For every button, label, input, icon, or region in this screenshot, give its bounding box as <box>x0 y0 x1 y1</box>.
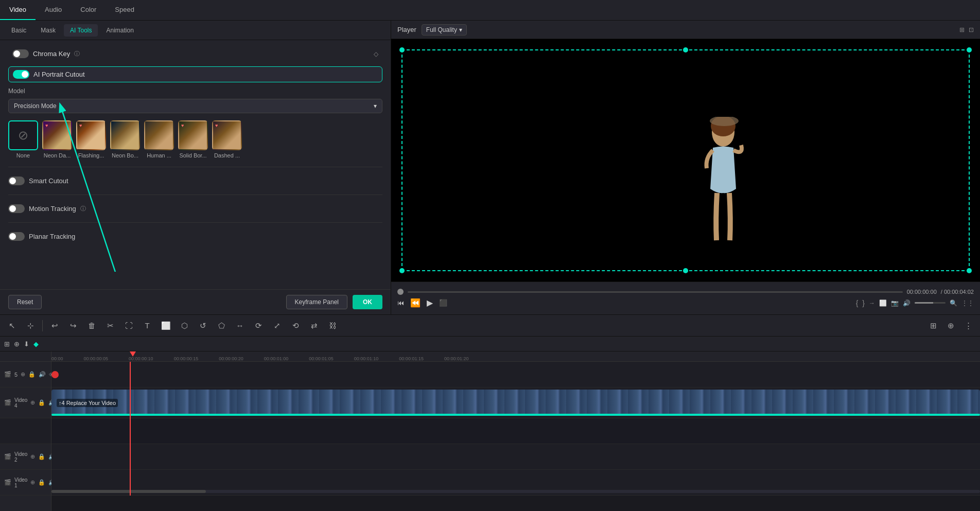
track-v1-add[interactable]: ⊕ <box>30 479 35 486</box>
quality-select[interactable]: Full Quality ▾ <box>422 24 467 36</box>
tool-undo[interactable]: ↩ <box>47 318 62 333</box>
handle-bottom-left[interactable] <box>399 268 405 273</box>
progress-track[interactable] <box>408 291 903 293</box>
fullscreen-icon[interactable]: ⊞ <box>959 26 965 33</box>
effect-item-flashing[interactable]: ♥ Flashing... <box>76 120 106 158</box>
motion-tracking-info-icon[interactable]: ⓘ <box>80 205 86 213</box>
screen-icon[interactable]: ⬜ <box>879 299 887 307</box>
tool-sep-1 <box>42 320 43 331</box>
play-button[interactable]: ▶ <box>427 298 433 308</box>
chroma-key-toggle[interactable] <box>12 49 29 58</box>
tab-speed[interactable]: Speed <box>106 0 144 20</box>
timeline-icon-add[interactable]: ⊕ <box>14 340 20 348</box>
handle-top-mid[interactable] <box>683 47 688 52</box>
model-select[interactable]: Precision Mode ▾ <box>8 99 382 113</box>
camera-icon[interactable]: 📷 <box>891 299 899 307</box>
ok-button[interactable]: OK <box>353 295 382 309</box>
tab-animation[interactable]: Animation <box>100 24 139 37</box>
track-v1-lock[interactable]: 🔒 <box>38 479 45 486</box>
effect-item-human[interactable]: Human ... <box>144 120 174 158</box>
track-v2-icon: 🎬 <box>4 453 11 460</box>
timeline-icon-cursor[interactable]: ◆ <box>33 340 39 348</box>
controls-row: ⏮ ⏪ ▶ ⬛ { } → ⬜ 📷 🔊 🔍 ⋮⋮ <box>391 298 980 308</box>
effect-item-solid-bor[interactable]: ♥ Solid Bor... <box>178 120 208 158</box>
tool-rotate[interactable]: ↺ <box>195 318 211 333</box>
effect-item-neon-bo[interactable]: Neon Bo... <box>110 120 140 158</box>
smart-cutout-toggle[interactable] <box>8 177 25 185</box>
track-scrollbar-thumb[interactable] <box>51 490 206 493</box>
planar-tracking-toggle[interactable] <box>8 232 25 241</box>
ruler-mark-9: 00:00:01:20 <box>444 356 489 361</box>
tool-cut[interactable]: ✂ <box>102 318 118 333</box>
track-v4-add[interactable]: ⊕ <box>30 399 35 406</box>
bracket-left-icon[interactable]: { <box>856 299 859 307</box>
reset-button[interactable]: Reset <box>8 295 42 309</box>
handle-bottom-mid[interactable] <box>683 268 688 273</box>
tool-zoom[interactable]: ⤢ <box>269 318 285 333</box>
track-scrollbar[interactable] <box>51 490 980 493</box>
tool-refresh[interactable]: ⟳ <box>251 318 266 333</box>
motion-tracking-toggle[interactable] <box>8 204 25 213</box>
effect-item-neon-da[interactable]: ♥ Neon Da... <box>42 120 72 158</box>
volume-slider[interactable] <box>915 302 946 304</box>
timeline-icon-layers[interactable]: ⊞ <box>4 340 10 348</box>
tool-swap[interactable]: ⇄ <box>306 318 322 333</box>
player-border <box>401 49 970 271</box>
tool-magnet[interactable]: ⟲ <box>288 318 303 333</box>
tool-delete[interactable]: 🗑 <box>84 318 99 333</box>
stop-button[interactable]: ⬛ <box>439 299 447 307</box>
player-right-icons: ⊞ ⊡ <box>959 26 974 33</box>
zoom-out-icon[interactable]: 🔍 <box>950 299 957 307</box>
tool-rect[interactable]: ⬜ <box>158 318 173 333</box>
tool-zoom-in[interactable]: ⊕ <box>943 318 958 333</box>
tab-color[interactable]: Color <box>71 0 106 20</box>
ai-portrait-label: AI Portrait Cutout <box>33 71 85 78</box>
sub-tabs: Basic Mask AI Tools Animation <box>0 21 391 40</box>
bracket-right-icon[interactable]: } <box>862 299 865 307</box>
effect-item-dashed[interactable]: ♥ Dashed ... <box>212 120 242 158</box>
tool-more[interactable]: ⋮ <box>960 318 976 333</box>
tool-move[interactable]: ↔ <box>232 318 248 333</box>
tab-mask[interactable]: Mask <box>34 24 62 37</box>
tool-select[interactable]: ⊹ <box>23 318 38 333</box>
video-clip-4[interactable]: ↑4 Replace Your Video <box>51 390 980 416</box>
ai-portrait-toggle[interactable] <box>13 70 29 79</box>
effect-item-none[interactable]: ⊘ None <box>8 120 38 158</box>
track-5-add[interactable]: ⊕ <box>21 371 25 378</box>
tool-text[interactable]: T <box>139 318 155 333</box>
settings-icon[interactable]: ⊡ <box>969 26 974 33</box>
handle-bottom-right[interactable] <box>967 268 972 273</box>
keyframe-panel-button[interactable]: Keyframe Panel <box>286 295 347 309</box>
progress-circle[interactable] <box>397 289 404 295</box>
tool-poly[interactable]: ⬡ <box>177 318 192 333</box>
quality-dropdown-icon: ▾ <box>459 26 462 33</box>
arrow-right-icon[interactable]: → <box>869 299 875 307</box>
step-back-button[interactable]: ⏪ <box>410 298 421 308</box>
tool-cursor[interactable]: ↖ <box>4 318 20 333</box>
handle-top-left[interactable] <box>399 47 405 52</box>
tab-audio[interactable]: Audio <box>36 0 71 20</box>
handle-top-right[interactable] <box>967 47 972 52</box>
panel-content: Chroma Key ⓘ ◇ AI Portrait Cutout Model … <box>0 40 391 289</box>
tab-video[interactable]: Video <box>0 0 36 20</box>
track-v2-lock[interactable]: 🔒 <box>38 453 45 460</box>
dots-icon[interactable]: ⋮⋮ <box>961 299 974 307</box>
timeline-icon-download[interactable]: ⬇ <box>24 340 29 348</box>
tool-grid[interactable]: ⊞ <box>925 318 941 333</box>
skip-back-button[interactable]: ⏮ <box>397 299 404 307</box>
effect-heart-solid-bor: ♥ <box>181 123 184 128</box>
ruler-mark-4: 00:00:00:20 <box>219 356 264 361</box>
tab-ai-tools[interactable]: AI Tools <box>64 24 98 37</box>
track-v2-add[interactable]: ⊕ <box>30 453 35 460</box>
track-content: 00:00 00:00:00:05 00:00:00:10 00:00:00:1… <box>51 351 980 511</box>
tab-basic[interactable]: Basic <box>5 24 32 37</box>
speaker-icon[interactable]: 🔊 <box>903 299 911 307</box>
track-5-lock[interactable]: 🔒 <box>28 371 36 378</box>
tool-trim[interactable]: ⛶ <box>121 318 136 333</box>
track-5-speaker[interactable]: 🔊 <box>39 371 46 378</box>
tool-link[interactable]: ⛓ <box>325 318 340 333</box>
tool-redo[interactable]: ↪ <box>65 318 81 333</box>
chroma-key-info-icon[interactable]: ⓘ <box>74 50 80 58</box>
tool-pentagon[interactable]: ⬠ <box>214 318 229 333</box>
track-v4-lock[interactable]: 🔒 <box>38 399 45 406</box>
